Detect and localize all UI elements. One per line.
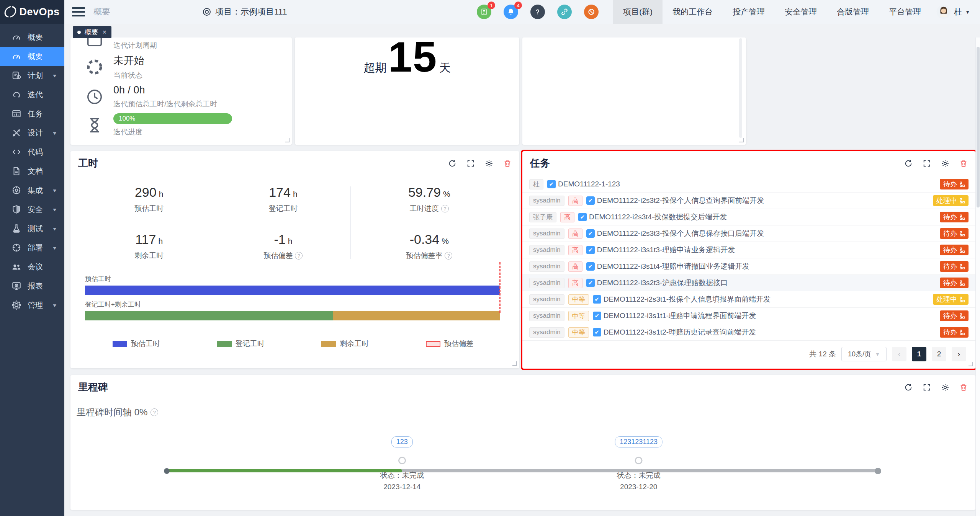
fullscreen-icon[interactable] — [923, 383, 931, 392]
assignee-chip: sysadmin — [529, 278, 564, 288]
top-nav-tab[interactable]: 投产管理 — [723, 0, 775, 24]
task-row[interactable]: sysadmin 中等 ✔ DEMO11122-i2s3t1-投保个人信息填报界… — [522, 291, 975, 308]
task-title-link[interactable]: DEMO11122-i2s3t3-投保个人信息保存接口后端开发 — [597, 229, 764, 238]
link-icon[interactable] — [557, 5, 572, 19]
task-title-link[interactable]: DEMO11122-i3s1t1-理赔申请流程界面前端开发 — [604, 311, 756, 321]
resize-handle[interactable] — [285, 138, 290, 142]
status-badge[interactable]: 待办 — [940, 261, 969, 272]
fullscreen-icon[interactable] — [466, 159, 475, 168]
sidebar-item-security[interactable]: 安全 ▼ — [0, 200, 64, 219]
milestone-point[interactable] — [635, 457, 643, 464]
page-number-button[interactable]: 2 — [932, 347, 946, 361]
status-badge[interactable]: 待办 — [940, 327, 969, 338]
top-nav-tab[interactable]: 我的工作台 — [663, 0, 723, 24]
prev-page-button[interactable]: ‹ — [892, 347, 906, 361]
help-circle-icon[interactable]: ? — [441, 205, 449, 212]
top-nav-tab[interactable]: 平台管理 — [879, 0, 931, 24]
top-nav-tab[interactable]: 项目(群) — [613, 0, 663, 24]
milestone-date: 2023-12-14 — [380, 481, 424, 493]
app-logo[interactable]: DevOps — [0, 0, 64, 24]
sidebar-item-admin[interactable]: 管理 ▼ — [0, 296, 64, 315]
sidebar-item-iteration[interactable]: 迭代 — [0, 85, 64, 104]
plan-icon — [11, 70, 21, 80]
disable-icon[interactable] — [584, 5, 599, 19]
sidebar-item-integration[interactable]: 集成 ▼ — [0, 181, 64, 200]
page-number-button[interactable]: 1 — [912, 347, 926, 361]
status-badge[interactable]: 待办 — [940, 212, 969, 222]
delete-trash-icon[interactable] — [503, 159, 512, 168]
task-row[interactable]: sysadmin 高 ✔ DEMO11122-i3s1t4-理赔申请撤回业务逻辑… — [522, 258, 975, 275]
gauge-icon — [11, 32, 21, 42]
status-badge[interactable]: 处理中 — [933, 294, 969, 305]
help-circle-icon[interactable]: ? — [295, 252, 303, 260]
todo-list-icon[interactable]: 1 — [477, 5, 491, 19]
user-menu[interactable]: 杜 ▼ — [931, 5, 980, 19]
task-title-link[interactable]: DEMO11122-i3s2t3-沪惠保理赔数据接口 — [597, 278, 728, 288]
menu-toggle-icon[interactable] — [72, 7, 85, 16]
delete-trash-icon[interactable] — [959, 159, 968, 168]
sidebar-item-deploy[interactable]: 部署 ▼ — [0, 238, 64, 257]
page-tab-overview[interactable]: 概要 ✕ — [73, 26, 111, 38]
task-title-link[interactable]: DEMO11122-i3s1t3-理赔申请业务逻辑开发 — [597, 245, 735, 255]
task-title-link[interactable]: DEMO11122-i2s3t4-投保数据提交后端开发 — [589, 212, 727, 222]
page-size-select[interactable]: 10条/页 ▼ — [841, 347, 887, 361]
task-title-link[interactable]: DEMO11122-i3s1t4-理赔申请撤回业务逻辑开发 — [597, 261, 749, 271]
page-scrollbar[interactable] — [975, 24, 980, 516]
sidebar-item-tasks[interactable]: 任务 — [0, 104, 64, 123]
notifications-bell-icon[interactable]: 4 — [504, 5, 518, 19]
status-badge[interactable]: 处理中 — [933, 195, 969, 206]
iteration-progress-row: 100% 迭代进度 — [70, 113, 232, 137]
widget-scrollbar[interactable] — [739, 38, 742, 138]
status-badge[interactable]: 待办 — [940, 310, 969, 321]
settings-gear-icon[interactable] — [941, 383, 949, 392]
milestone-point[interactable] — [398, 457, 406, 464]
task-row[interactable]: sysadmin 高 ✔ DEMO11122-i3s1t3-理赔申请业务逻辑开发… — [522, 242, 975, 258]
project-indicator[interactable]: 项目：示例项目111 — [202, 6, 287, 18]
sidebar-item-design[interactable]: 设计 ▼ — [0, 123, 64, 142]
status-badge[interactable]: 待办 — [940, 245, 969, 255]
task-row[interactable]: sysadmin 高 ✔ DEMO11122-i3s2t3-沪惠保理赔数据接口 … — [522, 275, 975, 291]
delete-trash-icon[interactable] — [959, 383, 968, 392]
sidebar-item-report[interactable]: 报表 — [0, 276, 64, 296]
task-row[interactable]: sysadmin 高 ✔ DEMO11122-i2s3t3-投保个人信息保存接口… — [522, 225, 975, 242]
task-title-link[interactable]: DEMO11122-i2s3t2-投保个人信息查询界面前端开发 — [597, 196, 764, 206]
help-icon[interactable] — [530, 5, 545, 19]
task-row[interactable]: sysadmin 高 ✔ DEMO11122-i2s3t2-投保个人信息查询界面… — [522, 193, 975, 209]
sidebar-item-meeting[interactable]: 会议 — [0, 257, 64, 276]
resize-handle[interactable] — [969, 362, 973, 366]
tab-close-icon[interactable]: ✕ — [102, 29, 107, 35]
help-circle-icon[interactable]: ? — [151, 408, 158, 416]
fullscreen-icon[interactable] — [923, 159, 931, 168]
sidebar-item-test[interactable]: 测试 ▼ — [0, 219, 64, 238]
refresh-icon[interactable] — [448, 159, 456, 168]
sidebar-item-overview[interactable]: 概要 — [0, 47, 64, 66]
refresh-icon[interactable] — [904, 383, 913, 392]
resize-handle[interactable] — [512, 361, 517, 366]
top-nav-tab[interactable]: 安全管理 — [775, 0, 827, 24]
refresh-icon[interactable] — [904, 159, 913, 168]
task-title-link[interactable]: DEMO11122-1-123 — [558, 180, 620, 188]
task-row[interactable]: sysadmin 中等 ✔ DEMO11122-i3s1t2-理赔历史记录查询前… — [522, 324, 975, 341]
help-circle-icon[interactable]: ? — [445, 252, 452, 260]
resize-handle[interactable] — [739, 138, 744, 142]
status-badge[interactable]: 待办 — [940, 228, 969, 239]
milestone-label-badge[interactable]: 123 — [391, 436, 413, 447]
sidebar-item-overview-group[interactable]: 概要 — [0, 28, 64, 47]
settings-gear-icon[interactable] — [485, 159, 493, 168]
status-badge[interactable]: 待办 — [940, 278, 969, 288]
next-page-button[interactable]: › — [952, 347, 966, 361]
task-title-link[interactable]: DEMO11122-i2s3t1-投保个人信息填报界面前端开发 — [604, 294, 771, 304]
sidebar-item-docs[interactable]: 文档 — [0, 162, 64, 181]
status-badge[interactable]: 待办 — [940, 179, 969, 189]
breadcrumb[interactable]: 概要 — [93, 6, 110, 18]
task-row[interactable]: 杜 ✔ DEMO11122-1-123 待办 — [522, 176, 975, 193]
task-title-link[interactable]: DEMO11122-i3s1t2-理赔历史记录查询前端开发 — [604, 327, 756, 337]
sidebar-item-plan[interactable]: 计划 ▼ — [0, 66, 64, 85]
milestone-label-badge[interactable]: 1231231123 — [615, 436, 663, 447]
task-row[interactable]: sysadmin 中等 ✔ DEMO11122-i3s1t1-理赔申请流程界面前… — [522, 308, 975, 324]
settings-gear-icon[interactable] — [941, 159, 949, 168]
sidebar-item-code[interactable]: 代码 — [0, 142, 64, 162]
top-nav-tab[interactable]: 合版管理 — [827, 0, 879, 24]
task-row[interactable]: 张子康 高 ✔ DEMO11122-i2s3t4-投保数据提交后端开发 待办 — [522, 209, 975, 225]
scrollbar-thumb[interactable] — [977, 47, 980, 207]
